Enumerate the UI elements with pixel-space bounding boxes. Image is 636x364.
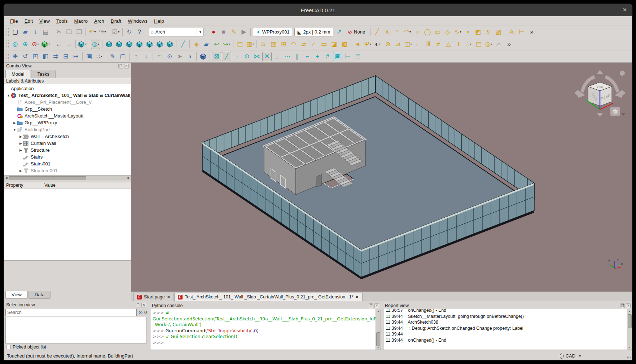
arch-marker-button[interactable]: ◄ — [353, 40, 362, 49]
constrain-lock-button[interactable]: ⊠ — [212, 52, 221, 61]
workbench-selector-button[interactable]: ⌂ Arch ▼ — [149, 28, 204, 36]
constrain-symmetric-button[interactable]: ⋈ — [252, 52, 262, 61]
toolbar-overflow-2-button[interactable]: » — [504, 40, 514, 49]
draft-fillet-button[interactable]: ◜ — [392, 27, 402, 37]
close-panel-icon[interactable]: ✕ — [141, 303, 146, 307]
zoom-selection-button[interactable]: ⊕ — [21, 40, 30, 49]
arch-reference-in-button[interactable]: ↩ — [212, 40, 221, 49]
tree-item-archsketch-masterlayoutt[interactable]: ArchSketch__MasterLayoutt — [4, 112, 131, 119]
close-window-icon[interactable]: ✕ — [623, 7, 627, 13]
flip-dimension-button[interactable]: ≈ — [155, 52, 164, 61]
tab-model[interactable]: Model — [5, 70, 30, 78]
redo-button[interactable]: ↷▾ — [98, 27, 107, 37]
constrain-distance-button[interactable]: ╱ — [222, 52, 231, 61]
draft-edit-button[interactable]: ✎ — [108, 52, 117, 61]
draft-downgrade-button[interactable]: ↓ — [141, 52, 151, 61]
draft-array-button[interactable]: ∷▾ — [95, 52, 104, 61]
toolbar-grip[interactable] — [6, 40, 9, 48]
grid-settings-button[interactable]: ≣ — [353, 52, 363, 61]
tree-item-test-archsketch-101-wall-slab-curtainwall-f[interactable]: ▼Test_ ArchSketch_ 101_ Wall & Slab & Cu… — [4, 92, 131, 99]
save-file-button[interactable]: ↓ — [31, 27, 40, 37]
view-right-button[interactable] — [135, 40, 144, 49]
expander-icon[interactable]: ▶ — [18, 148, 23, 152]
tree-item-grp-wpproxy[interactable]: ▶Grp__WPProxy — [4, 119, 131, 126]
constrain-snap-button[interactable]: + — [313, 52, 322, 61]
undock-icon[interactable]: ❐ — [136, 303, 140, 307]
arch-beam-button[interactable]: T — [454, 40, 463, 49]
fit-all-button[interactable]: ◎ — [10, 40, 20, 49]
nav-back-button[interactable]: ← — [54, 40, 63, 49]
working-plane-proxy-button[interactable]: ✦ WPProxy001 — [253, 28, 293, 36]
document-tab[interactable]: F Start page ✕ — [133, 293, 174, 301]
draft-shapestring-button[interactable]: S — [483, 27, 493, 37]
macro-record-button[interactable]: ● — [209, 27, 218, 37]
whats-this-button[interactable]: ? — [135, 27, 144, 37]
toolbar-overflow-button[interactable]: » — [527, 27, 536, 37]
arch-structure-button[interactable]: ▥▾ — [245, 40, 255, 49]
arch-frame-window-button[interactable]: ▭ — [319, 40, 329, 49]
draft-circle-button[interactable]: ○ — [413, 27, 422, 37]
draft-offset-button[interactable]: ⇉ — [51, 52, 60, 61]
expander-icon[interactable]: ▶ — [12, 121, 17, 125]
refresh-button[interactable]: ↻ — [124, 27, 134, 37]
undock-icon[interactable]: ❐ — [369, 303, 373, 308]
value-column-header[interactable]: Value — [42, 182, 58, 188]
draft-line-button[interactable]: ╱ — [372, 27, 382, 37]
arch-site-button[interactable]: ⊛ — [383, 40, 392, 49]
menu-draft[interactable]: Draft — [108, 17, 124, 25]
arch-schedule-button[interactable]: ▤ — [474, 40, 483, 49]
draft-split-button[interactable]: ◑ — [185, 52, 194, 61]
print-button[interactable]: ▤ — [41, 27, 50, 37]
draft-ellipse-button[interactable]: ◯ — [423, 27, 432, 37]
close-tab-icon[interactable]: ✕ — [355, 295, 359, 299]
resize-grip[interactable] — [627, 355, 631, 360]
menu-edit[interactable]: Edit — [21, 17, 36, 25]
constrain-block-button[interactable]: ⌐ — [303, 52, 312, 61]
tree-item-application[interactable]: Application — [4, 85, 131, 92]
constrain-coincident-button[interactable]: ◦ — [232, 52, 241, 61]
menu-view[interactable]: View — [36, 17, 53, 25]
tab-tasks[interactable]: Tasks — [31, 70, 55, 78]
property-editor-empty[interactable] — [4, 188, 131, 261]
constraints-more-button[interactable]: ⋯ — [282, 52, 292, 61]
expander-icon[interactable]: ▼ — [6, 94, 11, 97]
close-tab-icon[interactable]: ✕ — [167, 295, 170, 299]
document-tab[interactable]: F Test_ ArchSketch_ 101_ Wall _Slab _Cur… — [174, 293, 363, 301]
arch-stairs-button[interactable]: ⊿ — [393, 40, 403, 49]
autogroup-none-button[interactable]: ⊘ None — [345, 28, 368, 36]
tree-item-structure[interactable]: ▶Structure — [4, 147, 131, 154]
arch-section-plane-button[interactable]: ◐▾ — [373, 40, 382, 49]
open-file-button[interactable]: ▰ — [21, 27, 30, 37]
tab-data[interactable]: Data — [28, 291, 51, 299]
menu-arch[interactable]: Arch — [91, 17, 108, 25]
draft-upgrade-button[interactable]: ↑ — [131, 52, 141, 61]
clear-search-icon[interactable]: ⊗ — [138, 309, 143, 316]
python-console-scrollbar[interactable]: ▲ ▼ — [376, 309, 381, 350]
draft-bspline-button[interactable]: ∿▾ — [453, 27, 462, 37]
tree-item-structure001[interactable]: ▶Structure001 — [4, 167, 131, 174]
arch-fence-button[interactable]: # — [434, 40, 443, 49]
menu-windows[interactable]: Windows — [124, 17, 151, 25]
scroll-left-icon[interactable]: ◀ — [4, 176, 9, 179]
menu-tools[interactable]: Tools — [53, 17, 71, 25]
arch-grid-button[interactable]: ▩ — [339, 40, 349, 49]
view-bottom-button[interactable] — [155, 40, 164, 49]
arch-house-button[interactable]: ⌂ — [309, 40, 319, 49]
arch-window-button[interactable]: ⊞ — [279, 40, 288, 49]
arch-building-button[interactable]: ⌂ — [494, 40, 504, 49]
tree-item-wall-archsketch[interactable]: ▶Wall__ArchSketch — [4, 133, 131, 140]
report-view-output[interactable]: 11:36:57 onChanged() - End11:39:44 Sketc… — [383, 309, 632, 350]
draft-text-button[interactable]: A — [507, 27, 516, 37]
part-box-button[interactable] — [198, 52, 208, 61]
cut-button[interactable]: ✂ — [54, 27, 63, 37]
navigation-style-selector[interactable]: CAD ▼ — [560, 353, 582, 359]
draft-wire-button[interactable]: ∧ — [382, 27, 392, 37]
toggle-grid-button[interactable]: # — [323, 52, 332, 61]
arch-reference-out-button[interactable]: ↪▾ — [222, 40, 231, 49]
view-front-button[interactable] — [114, 40, 124, 49]
tree-item-curtain-wall[interactable]: ▶Curtain Wall — [4, 140, 131, 147]
arch-curtain-wall-button[interactable]: ▦ — [269, 40, 278, 49]
model-tree[interactable]: Application▼Test_ ArchSketch_ 101_ Wall … — [4, 84, 131, 175]
toggle-snap-button[interactable]: ▣ — [333, 52, 342, 61]
expander-icon[interactable]: ▶ — [18, 135, 23, 138]
